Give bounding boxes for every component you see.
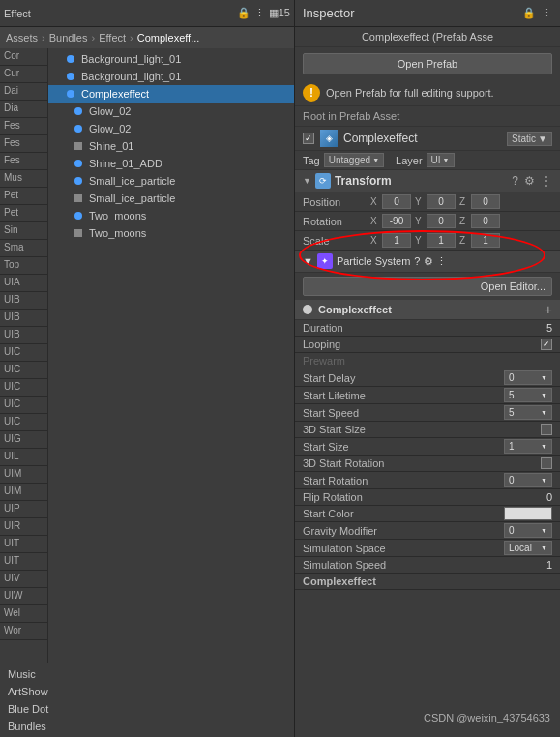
side-item[interactable]: UIB <box>0 310 47 327</box>
side-item[interactable]: Cor <box>0 48 47 66</box>
bottom-item[interactable]: Music <box>0 665 294 683</box>
tree-item[interactable]: Small_ice_particle <box>48 190 294 207</box>
side-item[interactable]: Dia <box>0 101 47 118</box>
breadcrumb-effect[interactable]: Effect <box>99 32 126 44</box>
particle-property-row: 3D Start Size <box>295 422 560 438</box>
side-item[interactable]: UIC <box>0 344 47 362</box>
ps-prop-checkbox[interactable] <box>541 457 552 469</box>
ps-prop-dropdown[interactable]: 1 <box>504 439 552 454</box>
scale-z-input[interactable]: 1 <box>471 233 500 248</box>
side-item[interactable]: Pet <box>0 188 47 205</box>
side-item[interactable]: Fes <box>0 118 47 135</box>
tag-layer-row: Tag Untagged Layer UI <box>295 151 560 170</box>
tree-item[interactable]: Small_ice_particle <box>48 172 294 190</box>
rot-y-input[interactable]: 0 <box>427 214 456 228</box>
scale-z-label: Z <box>459 235 469 246</box>
tree-item[interactable]: Background_light_01 <box>48 68 294 85</box>
ce-plus-icon[interactable]: + <box>545 302 552 317</box>
side-item[interactable]: UIA <box>0 275 47 292</box>
side-item[interactable]: UIT <box>0 536 47 553</box>
ps-prop-checkbox[interactable]: ✓ <box>541 339 552 350</box>
rotation-xyz: X -90 Y 0 Z 0 <box>370 214 552 228</box>
side-item[interactable]: Top <box>0 257 47 275</box>
side-item[interactable]: UIB <box>0 327 47 344</box>
tree-item[interactable]: Shine_01 <box>48 137 294 155</box>
side-item[interactable]: UIR <box>0 518 47 536</box>
scale-y-input[interactable]: 1 <box>427 233 456 248</box>
particle-menu-icon[interactable]: ⋮ <box>436 255 447 267</box>
tree-item[interactable]: Two_moons <box>48 224 294 242</box>
transform-help-icon[interactable]: ? <box>512 174 518 188</box>
ps-prop-color[interactable] <box>504 507 552 520</box>
static-button[interactable]: Static ▼ <box>507 132 552 146</box>
side-item[interactable]: UIC <box>0 414 47 431</box>
side-item[interactable]: Wel <box>0 605 47 623</box>
side-item[interactable]: UIL <box>0 449 47 466</box>
side-item[interactable]: UIC <box>0 379 47 397</box>
side-item[interactable]: Pet <box>0 205 47 222</box>
side-item[interactable]: UIV <box>0 571 47 588</box>
transform-menu-icon[interactable]: ⋮ <box>541 174 552 188</box>
ps-prop-dropdown[interactable]: 0 <box>504 473 552 487</box>
tree-item[interactable]: Background_light_01 <box>48 50 294 68</box>
ps-prop-dropdown[interactable]: 5 <box>504 405 552 420</box>
rot-z-input[interactable]: 0 <box>471 214 500 228</box>
side-item[interactable]: UIT <box>0 553 47 571</box>
tree-item[interactable]: Glow_02 <box>48 120 294 137</box>
bottom-item[interactable]: Bundles <box>0 718 294 735</box>
ps-prop-dropdown[interactable]: 0 <box>504 370 552 385</box>
side-item[interactable]: Mus <box>0 170 47 188</box>
side-item[interactable]: Sma <box>0 240 47 257</box>
pos-z-input[interactable]: 0 <box>471 194 500 209</box>
ps-prop-dropdown[interactable]: 5 <box>504 388 552 402</box>
side-item[interactable]: Wor <box>0 623 47 640</box>
pos-x-input[interactable]: 0 <box>382 194 411 209</box>
side-item[interactable]: UIM <box>0 466 47 484</box>
tree-item[interactable]: Two_moons <box>48 207 294 224</box>
file-tree: Background_light_01Background_light_01Co… <box>48 48 294 663</box>
layer-dropdown[interactable]: UI <box>427 153 455 167</box>
ps-prop-label: Prewarm <box>303 355 552 367</box>
tree-item[interactable]: Complexeffect <box>48 85 294 103</box>
sep1: › <box>42 32 45 44</box>
side-item[interactable]: Fes <box>0 153 47 170</box>
tree-item-label: Background_light_01 <box>81 53 181 65</box>
breadcrumb-bundles[interactable]: Bundles <box>49 32 88 44</box>
scale-x-input[interactable]: 1 <box>382 233 411 248</box>
pos-y-input[interactable]: 0 <box>427 194 456 209</box>
rot-x-input[interactable]: -90 <box>382 214 411 228</box>
tree-item[interactable]: Shine_01_ADD <box>48 155 294 172</box>
pos-x-label: X <box>370 196 380 207</box>
tag-dropdown[interactable]: Untagged <box>324 153 384 167</box>
particle-system-header[interactable]: ▼ ✦ Particle System ? ⚙ ⋮ <box>295 251 560 273</box>
side-item[interactable]: UIB <box>0 292 47 310</box>
side-item[interactable]: Cur <box>0 66 47 83</box>
side-item[interactable]: UIW <box>0 588 47 605</box>
bottom-item[interactable]: ArtShow <box>0 683 294 700</box>
transform-settings-icon[interactable]: ⚙ <box>524 174 535 188</box>
side-item[interactable]: Sin <box>0 222 47 240</box>
breadcrumb-assets[interactable]: Assets <box>6 32 38 44</box>
side-item[interactable]: UIP <box>0 501 47 518</box>
object-checkbox[interactable]: ✓ <box>303 133 314 144</box>
ps-prop-dropdown[interactable]: 0 <box>504 523 552 538</box>
tree-item[interactable]: Glow_02 <box>48 103 294 120</box>
complexeffect-bottom-label: Complexeffect <box>303 575 552 587</box>
side-item[interactable]: UIM <box>0 484 47 501</box>
transform-section-header[interactable]: ▼ ⟳ Transform ? ⚙ ⋮ <box>295 170 560 192</box>
side-item[interactable]: UIC <box>0 362 47 379</box>
side-item[interactable]: UIC <box>0 397 47 414</box>
breadcrumb-complexeffect[interactable]: Complexeff... <box>137 32 200 44</box>
particle-property-row: Start Rotation0 <box>295 472 560 489</box>
ps-prop-label: Start Lifetime <box>303 390 504 401</box>
ps-prop-checkbox[interactable] <box>541 424 552 435</box>
side-item[interactable]: Dai <box>0 83 47 101</box>
open-prefab-button[interactable]: Open Prefab <box>303 53 552 74</box>
ps-prop-dropdown[interactable]: Local <box>504 541 552 555</box>
side-item[interactable]: Fes <box>0 135 47 153</box>
particle-help-icon[interactable]: ? <box>414 255 420 267</box>
open-editor-button[interactable]: Open Editor... <box>303 277 552 296</box>
side-item[interactable]: UIG <box>0 431 47 449</box>
bottom-item[interactable]: Blue Dot <box>0 700 294 718</box>
particle-settings-icon[interactable]: ⚙ <box>424 255 433 267</box>
